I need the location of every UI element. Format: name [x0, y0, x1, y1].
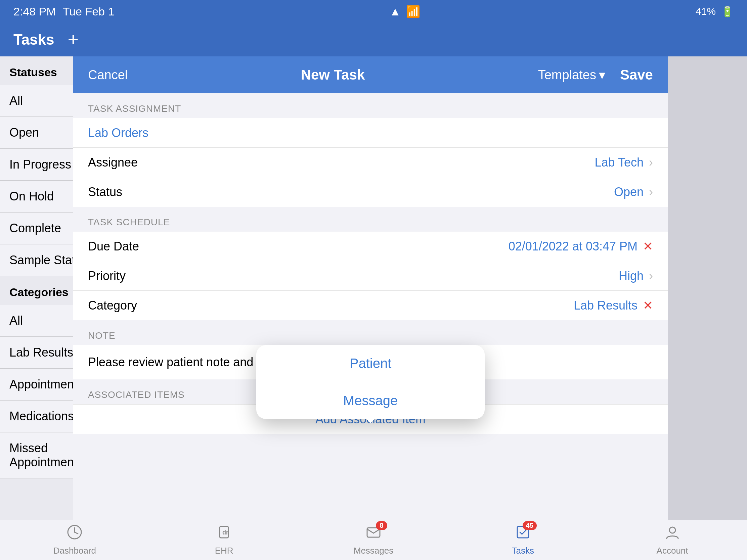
assignee-label: Assignee [88, 156, 138, 169]
tab-ehr[interactable]: dr EHR [194, 525, 254, 556]
status-bar: 2:48 PM Tue Feb 1 ▲ 📶 41% 🔋 [0, 0, 747, 23]
task-link-row: Lab Orders [73, 118, 668, 148]
templates-button[interactable]: Templates ▾ [538, 68, 605, 82]
new-task-modal: Cancel New Task Templates ▾ Save TASK AS… [73, 56, 668, 520]
battery-level: 41% [696, 6, 716, 17]
signal-icon: ▲ [390, 5, 401, 18]
tab-account-label: Account [656, 545, 688, 556]
status-time: 2:48 PM [14, 5, 56, 18]
status-row: Status Open › [73, 177, 668, 207]
status-chevron-icon: › [649, 185, 653, 199]
tab-bar: Dashboard dr EHR 8 Messages 45 Ta [0, 520, 747, 560]
category-label: Category [88, 298, 137, 313]
task-assignment-label: TASK ASSIGNMENT [73, 93, 668, 118]
status-value-container[interactable]: Open › [614, 185, 653, 199]
category-clear-icon[interactable]: ✕ [643, 298, 653, 313]
app-header: Tasks + [0, 23, 747, 56]
modal-overlay: Cancel New Task Templates ▾ Save TASK AS… [73, 56, 668, 520]
priority-value-container[interactable]: High › [619, 269, 653, 283]
task-assignment-card: Lab Orders Assignee Lab Tech › Status Op… [73, 118, 668, 207]
modal-header: Cancel New Task Templates ▾ Save [73, 56, 668, 93]
svg-text:dr: dr [222, 529, 228, 536]
priority-label: Priority [88, 269, 126, 283]
status-date: Tue Feb 1 [63, 5, 114, 18]
task-schedule-label: TASK SCHEDULE [73, 207, 668, 232]
assignee-value-container[interactable]: Lab Tech › [595, 156, 653, 169]
due-date-value: 02/01/2022 at 03:47 PM [509, 239, 638, 254]
cancel-button[interactable]: Cancel [88, 68, 128, 82]
tab-account[interactable]: Account [642, 525, 703, 556]
status-label: Status [88, 185, 122, 199]
note-label: NOTE [73, 320, 668, 345]
add-item-popup: Patient Message [256, 345, 485, 419]
assignee-row: Assignee Lab Tech › [73, 148, 668, 177]
assignee-chevron-icon: › [649, 156, 653, 169]
priority-row: Priority High › [73, 261, 668, 291]
assignee-value: Lab Tech [595, 156, 644, 169]
tab-messages[interactable]: 8 Messages [343, 525, 404, 556]
tab-dashboard-label: Dashboard [53, 545, 96, 556]
chevron-down-icon: ▾ [599, 68, 605, 82]
task-schedule-card: Due Date 02/01/2022 at 03:47 PM ✕ Priori… [73, 232, 668, 320]
add-task-button[interactable]: + [68, 30, 79, 49]
tasks-badge: 45 [523, 521, 537, 530]
modal-title: New Task [301, 67, 365, 83]
patient-option[interactable]: Patient [256, 345, 485, 382]
app-title: Tasks [14, 31, 54, 48]
category-row: Category Lab Results ✕ [73, 291, 668, 320]
due-date-value-container[interactable]: 02/01/2022 at 03:47 PM ✕ [509, 239, 653, 254]
messages-icon: 8 [366, 525, 381, 543]
account-icon [665, 525, 680, 543]
status-value: Open [614, 185, 644, 199]
message-option[interactable]: Message [256, 382, 485, 419]
ehr-icon: dr [216, 525, 232, 543]
lab-orders-link[interactable]: Lab Orders [88, 126, 149, 140]
modal-body: TASK ASSIGNMENT Lab Orders Assignee Lab … [73, 93, 668, 520]
messages-badge: 8 [376, 521, 387, 530]
tab-messages-label: Messages [354, 545, 394, 556]
due-date-label: Due Date [88, 239, 139, 254]
due-date-clear-icon[interactable]: ✕ [643, 239, 653, 254]
due-date-row: Due Date 02/01/2022 at 03:47 PM ✕ [73, 232, 668, 261]
category-value: Lab Results [574, 298, 638, 313]
svg-point-5 [669, 527, 675, 533]
priority-chevron-icon: › [649, 269, 653, 283]
save-button[interactable]: Save [620, 67, 653, 83]
tasks-icon: 45 [515, 525, 531, 543]
tab-tasks[interactable]: 45 Tasks [493, 525, 553, 556]
dashboard-icon [67, 525, 82, 543]
priority-value: High [619, 269, 644, 283]
tab-dashboard[interactable]: Dashboard [44, 525, 105, 556]
wifi-icon: 📶 [406, 5, 420, 18]
tab-tasks-label: Tasks [512, 545, 534, 556]
tab-ehr-label: EHR [215, 545, 233, 556]
battery-icon: 🔋 [721, 6, 733, 18]
category-value-container[interactable]: Lab Results ✕ [574, 298, 653, 313]
popup-arrow [362, 415, 379, 423]
